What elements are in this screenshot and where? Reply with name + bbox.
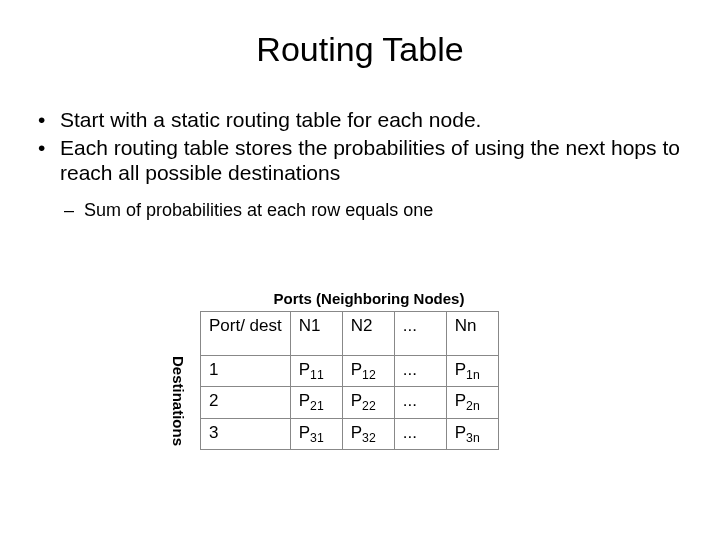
col-header: N1 xyxy=(290,312,342,356)
table-cell: P2n xyxy=(446,387,498,418)
ports-caption: Ports (Neighboring Nodes) xyxy=(214,290,524,307)
table-cell: ... xyxy=(394,387,446,418)
table-cell: P1n xyxy=(446,356,498,387)
table-cell: P32 xyxy=(342,418,394,449)
table-cell: P21 xyxy=(290,387,342,418)
corner-cell: Port/ dest xyxy=(201,312,291,356)
row-header: 2 xyxy=(201,387,291,418)
table-row: 1 P11 P12 ... P1n xyxy=(201,356,499,387)
row-header: 1 xyxy=(201,356,291,387)
table-cell: ... xyxy=(394,356,446,387)
table-header-row: Port/ dest N1 N2 ... Nn xyxy=(201,312,499,356)
bullet-list: Start with a static routing table for ea… xyxy=(38,107,692,186)
col-header: Nn xyxy=(446,312,498,356)
bullet-item: Start with a static routing table for ea… xyxy=(38,107,692,133)
slide-title: Routing Table xyxy=(28,30,692,69)
destinations-caption: Destinations xyxy=(170,356,187,446)
row-header: 3 xyxy=(201,418,291,449)
col-header: N2 xyxy=(342,312,394,356)
routing-table: Port/ dest N1 N2 ... Nn 1 P11 P12 ... P1… xyxy=(200,311,499,450)
table-cell: P3n xyxy=(446,418,498,449)
table-row: 3 P31 P32 ... P3n xyxy=(201,418,499,449)
table-cell: P12 xyxy=(342,356,394,387)
table-cell: P22 xyxy=(342,387,394,418)
table-cell: P11 xyxy=(290,356,342,387)
table-cell: P31 xyxy=(290,418,342,449)
sub-bullet-item: Sum of probabilities at each row equals … xyxy=(64,200,692,221)
routing-table-group: Ports (Neighboring Nodes) Destinations P… xyxy=(200,290,524,450)
col-header: ... xyxy=(394,312,446,356)
table-row: 2 P21 P22 ... P2n xyxy=(201,387,499,418)
bullet-item: Each routing table stores the probabilit… xyxy=(38,135,692,186)
table-cell: ... xyxy=(394,418,446,449)
sub-bullet-list: Sum of probabilities at each row equals … xyxy=(64,200,692,221)
